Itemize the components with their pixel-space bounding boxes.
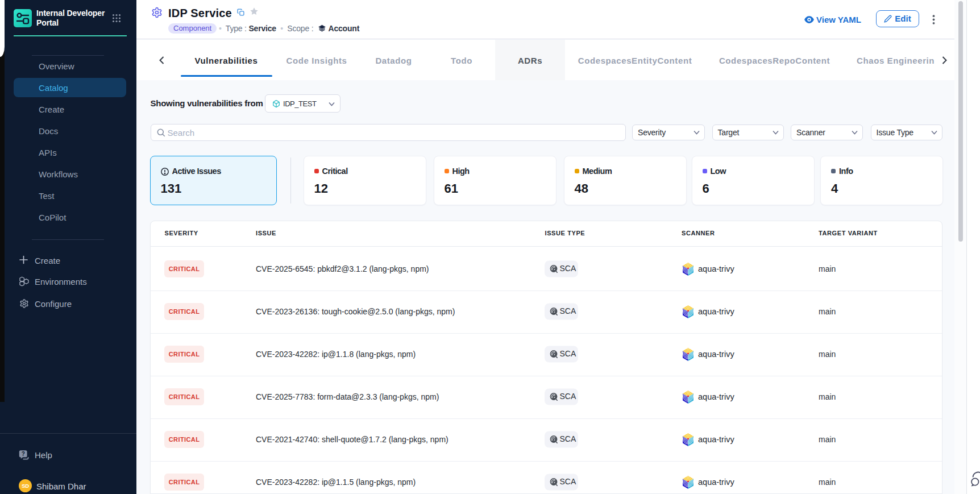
- svg-text:?: ?: [22, 451, 25, 457]
